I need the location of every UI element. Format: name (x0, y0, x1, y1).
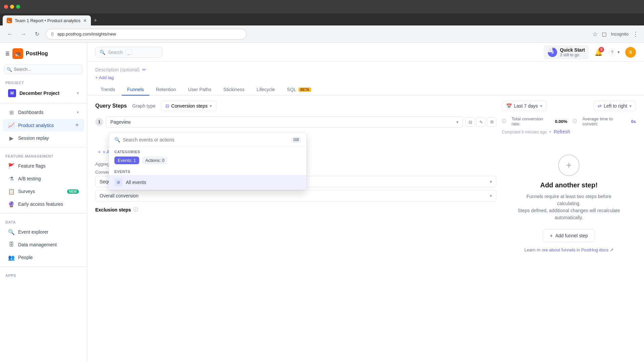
hamburger-menu[interactable]: ☰ (5, 51, 10, 56)
notification-badge: 0 (599, 47, 604, 52)
add-step-circle[interactable]: + (558, 155, 580, 176)
tab-user-paths[interactable]: User Paths (183, 84, 217, 96)
tab-lifecycle[interactable]: Lifecycle (251, 84, 280, 96)
address-bar[interactable]: app.posthog.com/insights/new (46, 29, 247, 40)
add-tag-btn[interactable]: + Add tag (95, 75, 114, 80)
query-controls: Query Steps Graph type ⊟ Conversion step… (95, 101, 496, 111)
tab-funnels[interactable]: Funnels (122, 84, 149, 96)
date-range-btn[interactable]: 📅 Last 7 days ▾ (502, 101, 547, 111)
actions-category-badge[interactable]: Actions: 0 (142, 157, 168, 164)
categories-label: CATEGORIES (109, 147, 306, 155)
funnel-title: Add another step! (540, 181, 597, 189)
dropdown-search-input[interactable] (123, 137, 288, 142)
conversion-steps-label: Conversion steps (171, 103, 208, 109)
quickstart-sub: 3 still to go (560, 53, 585, 57)
events-category-badge[interactable]: Events: 1 (114, 157, 139, 164)
sidebar-item-surveys[interactable]: 📋 Surveys NEW (3, 185, 84, 197)
profile-icon[interactable]: ◻ (602, 31, 607, 38)
description-row[interactable]: Description (optional) ✏ (95, 67, 636, 72)
refresh-link[interactable]: Refresh (554, 129, 570, 134)
active-tab[interactable]: 🦔 Team 1 Report • Product analytics ✕ (3, 15, 91, 25)
back-btn[interactable]: ← (5, 29, 15, 39)
direction-label: Left to right (604, 103, 627, 109)
notification-btn[interactable]: 🔔 0 (594, 48, 603, 56)
description-edit-icon[interactable]: ✏ (142, 67, 146, 72)
sql-beta-badge: BETA (299, 87, 311, 92)
exclusion-label-row: Exclusion steps ⓘ (95, 207, 496, 213)
sidebar-item-early-access[interactable]: 🔮 Early access features (3, 198, 84, 210)
docs-link[interactable]: ore about funnels in PostHog docs (542, 247, 608, 252)
sidebar-divider-1 (0, 103, 87, 103)
sidebar-item-session-replay[interactable]: ▶ Session replay (3, 132, 84, 144)
quickstart-text: Quick Start 3 still to go (560, 47, 585, 57)
browser-chrome (0, 0, 644, 13)
search-underscore: _ (125, 49, 132, 55)
sidebar-item-ab-testing[interactable]: ⚗ A/B testing (3, 173, 84, 185)
sidebar-item-product-analytics[interactable]: 📈 Product analytics + (3, 119, 84, 131)
search-input[interactable] (4, 64, 83, 74)
info-icon-1: ⓘ (502, 118, 506, 124)
computed-row: Computed 6 minutes ago • Refresh (502, 129, 636, 134)
add-funnel-step-btn[interactable]: + Add funnel step (543, 229, 595, 242)
add-funnel-plus-icon: + (550, 233, 552, 238)
right-controls: 📅 Last 7 days ▾ ⇄ Left to right ▾ (502, 101, 636, 111)
data-management-label: Data management (18, 242, 79, 247)
sidebar-item-feature-flags[interactable]: 🚩 Feature flags (3, 160, 84, 172)
sidebar: ☰ 🦔 PostHog 🔍 PROJECT M December Project… (0, 43, 87, 362)
graph-type-label: Graph type (132, 103, 155, 109)
session-replay-icon: ▶ (8, 135, 15, 141)
step-order-chevron: ▾ (490, 179, 492, 184)
sidebar-item-event-explorer[interactable]: 🔍 Event explorer (3, 226, 84, 238)
direction-btn[interactable]: ⇄ Left to right ▾ (593, 101, 636, 111)
more-icon[interactable]: ⋮ (633, 31, 639, 38)
tab-retention[interactable]: Retention (151, 84, 181, 96)
date-range-label: Last 7 days (514, 103, 538, 109)
sidebar-item-dashboards[interactable]: ⊞ Dashboards ▾ (3, 106, 84, 118)
query-area: Query Steps Graph type ⊟ Conversion step… (87, 96, 644, 266)
sidebar-project[interactable]: M December Project ▾ (3, 86, 84, 100)
bookmark-icon[interactable]: ☆ (592, 31, 598, 38)
docs-link-row[interactable]: Learn m ore about funnels in PostHog doc… (524, 247, 613, 252)
quickstart-circle: 3 (548, 48, 557, 57)
apps-label: APPS (0, 269, 87, 279)
sidebar-item-people[interactable]: 👥 People (3, 251, 84, 263)
conversion-steps-btn[interactable]: ⊟ Conversion steps ▾ (161, 101, 216, 111)
quickstart-btn[interactable]: 3 Quick Start 3 still to go (544, 45, 589, 59)
dashboards-chevron: ▾ (77, 110, 79, 115)
overall-conversion-select[interactable]: Overall conversion ▾ (95, 190, 496, 201)
categories-row: Events: 1 Actions: 0 (109, 155, 306, 167)
step-actions-1: ⊟ ✎ ⧉ (466, 117, 496, 127)
step-selector-1[interactable]: Pageview ▾ (106, 116, 463, 128)
tab-stickiness[interactable]: Stickiness (218, 84, 250, 96)
step-row-1: 1 Pageview ▾ ⊟ ✎ ⧉ � (95, 116, 496, 128)
ab-testing-icon: ⚗ (8, 175, 15, 182)
dropdown-search-icon: 🔍 (114, 137, 120, 142)
step-edit-btn-1[interactable]: ✎ (476, 117, 486, 127)
add-funnel-area: + Add another step! Funnels require at l… (502, 141, 636, 260)
conversion-rate-label: Total conversion rate: (512, 116, 549, 126)
global-search-btn[interactable]: 🔍 Search _ (95, 47, 162, 58)
tab-trends[interactable]: Trends (95, 84, 120, 96)
tab-close-btn[interactable]: ✕ (83, 18, 87, 23)
new-tab-btn[interactable]: + (91, 16, 100, 25)
step-copy-btn-1[interactable]: ⧉ (487, 117, 496, 127)
sidebar-search[interactable]: 🔍 (0, 62, 87, 77)
step-number-1: 1 (95, 118, 103, 126)
sidebar-item-data-management[interactable]: 🗄 Data management (3, 239, 84, 251)
step-filter-btn-1[interactable]: ⊟ (466, 117, 475, 127)
help-btn[interactable]: ? ▾ (608, 48, 620, 56)
all-events-label: All events (126, 180, 146, 185)
user-avatar[interactable]: S (625, 47, 636, 58)
forward-btn[interactable]: → (19, 29, 28, 39)
product-analytics-add-btn[interactable]: + (75, 122, 79, 129)
all-events-item[interactable]: ⊞ All events (109, 175, 306, 190)
search-icon: 🔍 (7, 67, 12, 72)
tab-sql[interactable]: SQL BETA (282, 84, 317, 96)
add-circle-icon: + (566, 160, 572, 171)
tab-title: Team 1 Report • Product analytics (15, 18, 80, 23)
refresh-btn[interactable]: ↻ (32, 29, 42, 39)
topbar-right: 3 Quick Start 3 still to go 🔔 0 ? ▾ S (544, 45, 636, 59)
dashboards-label: Dashboards (18, 110, 73, 115)
help-chevron: ▾ (618, 50, 620, 55)
global-search-icon: 🔍 (100, 50, 105, 55)
